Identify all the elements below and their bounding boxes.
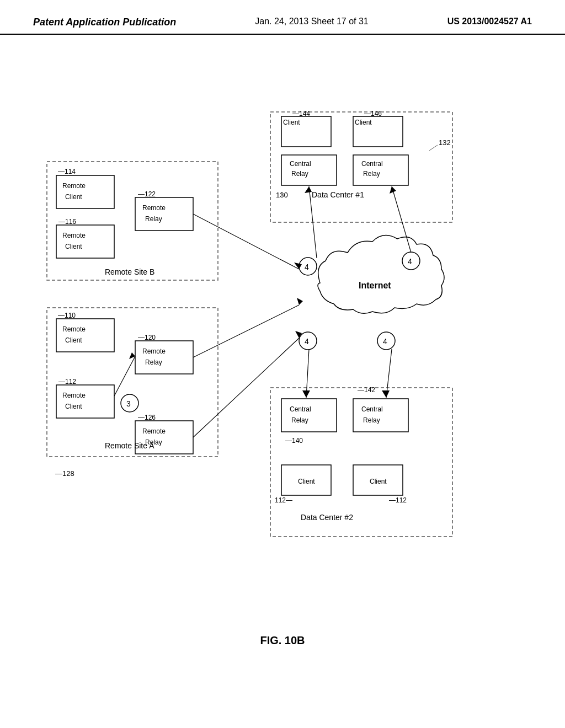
svg-text:Central: Central bbox=[361, 160, 383, 168]
svg-text:Remote: Remote bbox=[62, 232, 86, 239]
svg-marker-85 bbox=[305, 186, 312, 193]
svg-marker-89 bbox=[302, 390, 310, 398]
svg-text:—144: —144 bbox=[292, 110, 310, 117]
svg-marker-79 bbox=[294, 263, 302, 269]
svg-text:Remote: Remote bbox=[62, 325, 86, 333]
svg-text:Remote Site B: Remote Site B bbox=[105, 267, 154, 276]
svg-text:Relay: Relay bbox=[363, 170, 380, 178]
svg-text:—146: —146 bbox=[364, 110, 382, 117]
svg-line-5 bbox=[429, 145, 438, 151]
svg-rect-64 bbox=[281, 399, 337, 432]
svg-text:Central: Central bbox=[290, 405, 311, 413]
svg-rect-68 bbox=[353, 399, 408, 432]
svg-text:—114: —114 bbox=[58, 168, 76, 175]
svg-line-88 bbox=[306, 349, 309, 398]
svg-text:112—: 112— bbox=[275, 496, 292, 504]
svg-text:Central: Central bbox=[290, 160, 311, 168]
svg-text:Client: Client bbox=[283, 119, 300, 126]
svg-text:—126: —126 bbox=[138, 414, 156, 421]
svg-rect-38 bbox=[135, 341, 193, 374]
svg-text:130: 130 bbox=[276, 191, 288, 199]
svg-text:Relay: Relay bbox=[291, 170, 308, 178]
svg-text:—110: —110 bbox=[58, 312, 76, 319]
svg-text:—120: —120 bbox=[138, 334, 156, 341]
svg-text:Relay: Relay bbox=[145, 358, 162, 366]
svg-rect-34 bbox=[56, 319, 114, 352]
diagram-area: 130 Data Center #1 132 Client —144 Clien… bbox=[0, 35, 565, 669]
svg-text:Relay: Relay bbox=[363, 416, 380, 424]
svg-rect-42 bbox=[56, 385, 114, 418]
svg-marker-91 bbox=[382, 390, 390, 398]
svg-text:Relay: Relay bbox=[145, 438, 162, 446]
svg-text:132: 132 bbox=[439, 138, 451, 147]
svg-line-90 bbox=[386, 349, 392, 398]
svg-text:—122: —122 bbox=[138, 190, 156, 198]
svg-text:—140: —140 bbox=[285, 437, 303, 445]
svg-rect-20 bbox=[56, 175, 114, 208]
svg-text:—142: —142 bbox=[358, 386, 375, 394]
svg-text:Data Center #2: Data Center #2 bbox=[301, 513, 353, 522]
svg-text:4: 4 bbox=[383, 337, 387, 346]
svg-text:—112: —112 bbox=[58, 378, 76, 386]
svg-text:Data Center #1: Data Center #1 bbox=[312, 190, 364, 199]
svg-text:Client: Client bbox=[298, 478, 315, 485]
svg-marker-87 bbox=[390, 186, 396, 194]
svg-text:Relay: Relay bbox=[291, 416, 308, 424]
date-sheet-label: Jan. 24, 2013 Sheet 17 of 31 bbox=[255, 17, 369, 26]
svg-line-92 bbox=[114, 356, 135, 396]
svg-text:—128: —128 bbox=[55, 469, 74, 478]
svg-rect-24 bbox=[135, 197, 193, 231]
svg-marker-83 bbox=[295, 331, 302, 338]
svg-text:Remote: Remote bbox=[62, 182, 86, 190]
svg-line-80 bbox=[193, 305, 299, 357]
internet-cloud: Internet bbox=[318, 235, 444, 314]
svg-text:Client: Client bbox=[65, 403, 82, 410]
svg-text:Remote: Remote bbox=[142, 204, 166, 212]
svg-text:Client: Client bbox=[370, 478, 387, 485]
svg-text:Internet: Internet bbox=[359, 281, 391, 290]
patent-diagram: 130 Data Center #1 132 Client —144 Clien… bbox=[0, 35, 565, 669]
svg-text:4: 4 bbox=[408, 257, 412, 266]
svg-text:Client: Client bbox=[65, 336, 82, 344]
svg-text:Client: Client bbox=[65, 243, 82, 250]
svg-text:Client: Client bbox=[65, 193, 82, 201]
svg-rect-28 bbox=[56, 225, 114, 258]
svg-text:Relay: Relay bbox=[145, 215, 162, 223]
svg-text:4: 4 bbox=[305, 263, 309, 271]
svg-text:Client: Client bbox=[355, 119, 372, 126]
svg-text:3: 3 bbox=[126, 399, 131, 408]
svg-text:Central: Central bbox=[361, 405, 383, 413]
patent-page: Patent Application Publication Jan. 24, … bbox=[0, 0, 565, 728]
svg-text:4: 4 bbox=[305, 337, 309, 346]
svg-text:—116: —116 bbox=[58, 218, 76, 226]
page-header: Patent Application Publication Jan. 24, … bbox=[0, 0, 565, 35]
figure-caption: FIG. 10B bbox=[260, 634, 305, 647]
patent-number-label: US 2013/0024527 A1 bbox=[447, 17, 532, 26]
svg-text:Remote: Remote bbox=[142, 427, 166, 435]
svg-text:Remote: Remote bbox=[62, 392, 86, 399]
publication-type-label: Patent Application Publication bbox=[33, 17, 176, 28]
svg-marker-81 bbox=[297, 298, 303, 305]
svg-line-78 bbox=[193, 214, 299, 269]
svg-text:Remote: Remote bbox=[142, 347, 166, 355]
svg-text:—112: —112 bbox=[389, 496, 407, 504]
